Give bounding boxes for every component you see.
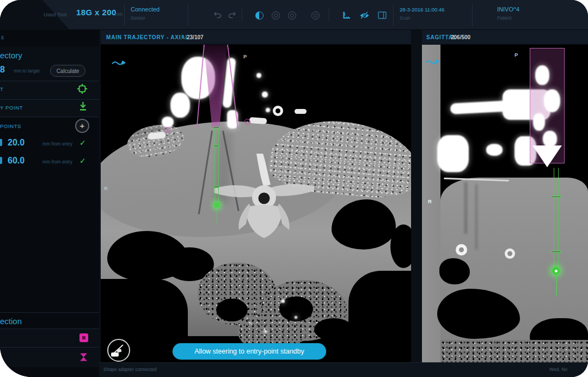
target-marker — [215, 203, 219, 208]
entry-marker-ring — [164, 127, 170, 133]
divider — [124, 4, 125, 26]
eye-off-icon — [359, 11, 370, 20]
ct-bright-pill — [295, 109, 307, 114]
undo-button[interactable] — [211, 8, 225, 22]
connection-sub-label: Sensor — [131, 15, 145, 21]
target-row-fragment: T — [0, 86, 3, 92]
measure-button[interactable] — [339, 8, 353, 22]
ct-fiducial-ring — [273, 106, 283, 116]
ct-air-pocket — [439, 258, 470, 284]
settings-secondary-button[interactable] — [308, 8, 322, 22]
entry-point-tick — [213, 126, 219, 129]
settings-button[interactable] — [285, 8, 299, 22]
checkpoints-fragment: POINTS — [0, 123, 21, 129]
entry-point-icon — [78, 101, 88, 114]
ct-needle-artifact — [535, 65, 549, 85]
status-bar: Shape adapter connected Wed, No — [99, 362, 588, 377]
calculate-button[interactable]: Calculate — [50, 65, 85, 77]
trajectory-rails — [554, 168, 559, 275]
contrast-button[interactable] — [252, 8, 266, 22]
check-icon: ✓ — [79, 138, 86, 147]
trajectory-header: ectory — [0, 51, 22, 60]
ruler-icon — [341, 11, 351, 20]
tool-size-unit: mm — [115, 11, 122, 17]
divider — [188, 4, 188, 26]
orientation-label-top: P — [243, 53, 247, 59]
checkpoint-unit: mm from entry — [42, 159, 72, 165]
ct-metal-artifact — [256, 73, 261, 78]
allow-steering-button[interactable]: Allow steering to entry-point standby — [173, 343, 326, 360]
scan-date: 28-3-2016 11:00:46 — [400, 7, 444, 13]
sagittal-slice-counter: 206/500 — [451, 34, 470, 40]
ct-bright-speck — [295, 316, 297, 319]
cropped-fragment — [0, 157, 2, 164]
section-header-fragment: ection — [0, 317, 22, 326]
hide-overlay-button[interactable] — [357, 8, 371, 22]
divider — [181, 34, 182, 40]
checkpoint-tick — [551, 196, 561, 198]
trajectory-rails — [215, 127, 219, 206]
ct-bright-speck — [264, 330, 267, 333]
ct-streak — [475, 184, 477, 250]
checkpoint-value: 60.0 — [8, 156, 24, 166]
divider — [446, 34, 446, 40]
hourglass-icon[interactable] — [79, 352, 88, 364]
protection-row[interactable] — [0, 348, 99, 367]
gear-icon — [311, 11, 320, 20]
checkpoint-row[interactable]: 60.0 mm from entry ✓ — [0, 153, 99, 171]
tool-size-value: 18G x 200 — [76, 8, 117, 17]
undo-icon — [213, 11, 222, 20]
ct-fiducial-ring — [456, 244, 467, 256]
redo-button[interactable] — [225, 8, 239, 22]
tool-label: Used Tool — [44, 11, 66, 17]
window-level-button[interactable] — [268, 8, 283, 22]
steering-status-icon[interactable] — [106, 338, 131, 362]
target-marker — [552, 267, 560, 275]
vendor-logo-icon — [112, 59, 127, 69]
sagittal-viewport-header: SAGITTAL 206/500 — [422, 30, 588, 45]
axial-ct-viewport[interactable]: P A R Allow steering to entry-point stan… — [101, 45, 411, 362]
divider — [393, 4, 394, 26]
adapter-status-text: Shape adapter connected — [103, 367, 156, 372]
ct-needle-artifact — [544, 89, 560, 112]
orientation-label-left: R — [428, 198, 432, 204]
protection-row[interactable] — [0, 329, 99, 347]
redo-icon — [228, 11, 236, 20]
orientation-label-left: R — [104, 185, 108, 191]
screenshot-frame: Used Tool 18G x 200 mm Connected Sensor … — [0, 0, 588, 377]
divider — [242, 9, 242, 22]
target-reached-icon — [77, 84, 87, 96]
layout-button[interactable] — [375, 8, 389, 22]
add-checkpoint-button[interactable]: + — [75, 119, 89, 133]
checkpoint-tick — [213, 186, 219, 188]
corner-notch — [0, 0, 82, 30]
checkpoint-row[interactable]: 20.0 mm from entry ✓ — [0, 135, 99, 153]
orientation-label-top: P — [514, 52, 518, 58]
check-icon: ✓ — [79, 156, 86, 165]
cropped-fragment — [0, 139, 2, 146]
ct-bright-mass — [437, 135, 469, 172]
ct-metal-artifact — [266, 108, 270, 112]
ct-bowel — [440, 340, 588, 362]
entry-marker-ring — [244, 119, 250, 125]
sidebar-top-fragment: s — [1, 34, 4, 40]
trajectory-extension — [217, 206, 218, 224]
app-window: Used Tool 18G x 200 mm Connected Sensor … — [0, 0, 588, 377]
axial-viewport-header: MAIN TRAJECTORY - AXIAL 23/107 — [101, 30, 411, 45]
trajectory-sidebar: s ectory 8 mm to target Calculate T Y PO… — [0, 30, 99, 377]
top-toolbar: Used Tool 18G x 200 mm Connected Sensor … — [0, 0, 588, 30]
scan-label: Scan — [400, 15, 410, 21]
ct-bright-mass — [486, 144, 503, 156]
ct-metal-artifact — [170, 93, 190, 118]
checkpoint-tick — [551, 251, 561, 253]
contrast-icon — [255, 11, 264, 20]
orientation-label-bottom: A — [249, 320, 253, 326]
divider — [472, 4, 473, 26]
divider — [329, 9, 329, 22]
checkpoint-tick — [213, 145, 219, 147]
ct-fiducial-ring — [505, 248, 515, 259]
gear-icon — [288, 11, 296, 20]
stop-square-icon[interactable] — [79, 333, 88, 342]
layout-columns-icon — [378, 11, 387, 19]
sagittal-ct-viewport[interactable]: P R — [422, 45, 588, 362]
